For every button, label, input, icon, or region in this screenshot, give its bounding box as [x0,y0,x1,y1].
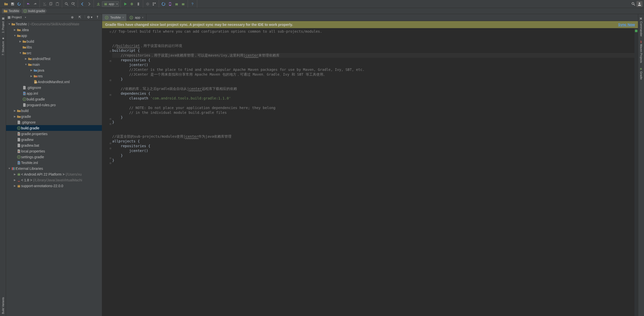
help-icon[interactable]: ? [189,1,195,7]
user-icon[interactable] [636,1,642,7]
svg-line-7 [67,4,68,6]
cut-icon[interactable] [41,1,47,7]
sync-now-link[interactable]: Sync Now [618,23,635,27]
tree-item[interactable]: ▶support-annotations-22.0.0 [6,183,102,189]
tree-item[interactable]: ▶build [6,108,102,114]
tree-arrow-icon[interactable]: ▶ [13,179,17,181]
tree-item[interactable]: build.gradle [6,96,102,102]
tree-item-label: build.gradle [21,126,39,130]
tree-arrow-icon[interactable]: ▼ [24,63,28,66]
tree-arrow-icon[interactable]: ▶ [13,184,17,187]
tree-item[interactable]: ▼External Libraries [6,166,102,171]
breadcrumb-item[interactable]: build.gradle [22,9,47,14]
tree-item[interactable]: ▼TestMe (~/Documents/Skill/Android/Mate [6,21,102,27]
collapse-all-icon[interactable]: ⇱ [77,14,83,20]
tree-item[interactable]: .gitignore [6,85,102,90]
tree-item[interactable]: xmlAndroidManifest.xml [6,79,102,85]
tree-item[interactable]: ▶androidTest [6,56,102,62]
tree-item[interactable]: ▶gradle [6,114,102,119]
close-icon[interactable]: × [142,16,144,19]
tree-item[interactable]: build.gradle [6,125,102,131]
find-icon[interactable] [64,1,70,7]
tree-item[interactable]: ▶< Android API 22 Platform > (/Users/xu [6,171,102,177]
run-icon[interactable] [122,1,128,7]
tree-item[interactable]: ▶res [6,73,102,79]
project-structure-icon[interactable] [151,1,157,7]
tree-item[interactable]: ▶.idea [6,27,102,33]
settings-icon[interactable] [145,1,151,7]
scroll-from-source-icon[interactable]: ⊕ [69,14,75,20]
tree-item[interactable]: proguard-rules.pro [6,102,102,108]
folder-icon [22,45,27,49]
tool-window-commander[interactable]: ⌘ Commander [639,15,643,39]
tree-item[interactable]: gradlew.bat [6,142,102,148]
close-icon[interactable]: × [122,16,124,19]
tree-item[interactable]: ▶< 1.8 > (/Library/Java/JavaVirtualMachi [6,177,102,183]
tree-item[interactable]: ▼main [6,62,102,67]
tree-arrow-icon[interactable]: ▶ [30,69,33,72]
tree-arrow-icon[interactable]: ▼ [8,23,11,25]
tree-item[interactable]: TestMe.iml [6,160,102,166]
gradle-sync-notification: Gradle files have changed since last pro… [102,21,638,28]
code-editor[interactable]: ⊟⊟⊟⊟⊟⊟⊟⊟⊟⊟⊟ // Top-level build file wher… [102,28,638,316]
tool-window-maven[interactable]: m Maven Projects [639,39,643,65]
notification-message: Gradle files have changed since last pro… [105,23,293,27]
tool-window-structure[interactable]: 7: Structure ◈ [1,35,5,58]
make-project-icon[interactable] [95,1,101,7]
hide-icon[interactable]: ⤒ [94,14,100,20]
tree-item[interactable]: libs [6,44,102,50]
tree-arrow-icon[interactable]: ▶ [13,109,17,112]
tree-item[interactable]: ▶java [6,67,102,73]
search-everywhere-icon[interactable] [630,1,636,7]
open-icon[interactable] [3,1,9,7]
save-all-icon[interactable] [10,1,16,7]
sync-icon[interactable] [16,1,22,7]
tree-item[interactable]: .gitignore [6,119,102,125]
tree-arrow-icon[interactable]: ▶ [13,28,17,31]
avd-manager-icon[interactable] [167,1,173,7]
tree-item[interactable]: ▼app [6,33,102,38]
sync-gradle-icon[interactable] [160,1,167,7]
tree-arrow-icon[interactable]: ▶ [19,40,22,43]
svg-rect-40 [18,133,20,134]
redo-icon[interactable] [32,1,38,7]
tool-window-project[interactable]: 1: Project ▦ [1,15,5,35]
tree-arrow-icon[interactable]: ▶ [13,115,17,118]
replace-icon[interactable] [70,1,76,7]
tree-arrow-icon[interactable]: ▼ [13,34,17,37]
editor-tab-app[interactable]: app × [127,14,146,21]
paste-icon[interactable] [54,1,60,7]
copy-icon[interactable] [48,1,54,7]
tree-item[interactable]: local.properties [6,148,102,154]
svg-rect-25 [182,3,184,5]
gear-icon[interactable]: ⚙ ▾ [87,14,93,20]
xml-icon: xml [33,80,38,84]
tree-arrow-icon[interactable]: ▶ [30,75,33,77]
tree-item[interactable]: ▶build [6,38,102,44]
tree-item[interactable]: ▼src [6,50,102,56]
svg-rect-42 [18,151,20,151]
code-content[interactable]: // Top-level build file where you can ad… [112,28,634,316]
tree-item[interactable]: gradle.properties [6,131,102,137]
tree-item[interactable]: settings.gradle [6,154,102,160]
project-tree[interactable]: ▼TestMe (~/Documents/Skill/Android/Mate▶… [6,21,102,316]
attach-debugger-icon[interactable] [135,1,141,7]
tree-arrow-icon[interactable]: ▼ [8,167,11,170]
sdk-manager-icon[interactable] [174,1,180,7]
android-monitor-icon[interactable] [180,1,186,7]
tree-item[interactable]: app.iml [6,90,102,96]
tool-window-gradle[interactable]: ◉ Gradle [639,65,643,82]
undo-icon[interactable] [25,1,31,7]
tree-arrow-icon[interactable]: ▶ [24,57,28,60]
forward-icon[interactable] [86,1,92,7]
editor-tab-testme[interactable]: TestMe × [102,14,127,21]
tool-window-build-variants[interactable]: Build Variants [1,295,5,316]
tree-arrow-icon[interactable]: ▼ [19,51,22,54]
project-view-dropdown[interactable]: Project [11,15,27,20]
tree-item[interactable]: gradlew [6,137,102,142]
back-icon[interactable] [79,1,86,7]
tree-arrow-icon[interactable]: ▶ [13,173,17,176]
run-configuration-select[interactable]: app [102,1,119,7]
breadcrumb-item[interactable]: TestMe [2,9,21,14]
debug-icon[interactable] [129,1,135,7]
